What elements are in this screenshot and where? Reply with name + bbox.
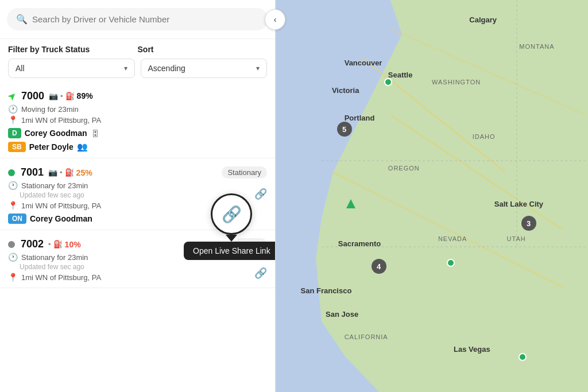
truck-status-selected: All [16,64,25,73]
search-input-wrap[interactable]: 🔍 [7,8,268,30]
driver-name: Corey Goodman [25,129,87,138]
truck-location: 1mi WN of Pittsburg, PA [21,273,101,282]
fuel-icon: ⛽ [65,92,75,100]
chevron-down-icon: ▾ [256,64,260,72]
truck-icons: 📷 • ⛽ 89% [49,91,93,100]
region-washington: WASHINGTON [432,79,481,86]
chevron-down-icon: ▾ [124,64,127,72]
city-san-jose: San Jose [326,310,358,319]
truck-number: 7000 [21,90,44,102]
region-idaho: IDAHO [473,133,496,140]
truck-id-row: 7002 • ⛽ 10% [8,238,81,250]
moving-arrow-icon: ➤ [5,88,20,103]
driver-status-badge: D [8,128,21,138]
status-dot-green [8,169,15,176]
codriver-name: Peter Doyle [29,142,74,152]
bullet: • [48,240,51,249]
city-victoria: Victoria [332,86,359,95]
drivers-row: D Corey Goodman 🎛 [8,128,267,138]
sort-label: Sort [138,45,268,54]
camera-icon: 📷 [49,92,58,100]
map-pin-4[interactable]: 4 [372,259,386,274]
truck-id-row: ➤ 7000 📷 • ⛽ 89% [8,90,93,102]
region-oregon: OREGON [388,165,420,172]
bullet: • [60,92,63,100]
map-panel: Calgary Vancouver Victoria Seattle WASHI… [276,0,588,392]
truck-location-row: 📍 1mi WN of Pittsburg, PA [8,115,267,125]
sort-dropdown[interactable]: Ascending ▾ [141,59,268,78]
clock-icon: 🕐 [8,104,18,114]
city-las-vegas: Las Vegas [454,345,490,354]
search-bar: 🔍 ‹ [0,0,275,39]
map-pin-3[interactable]: 3 [521,216,536,231]
truck-icons: 📷 • ⛽ 25% [48,168,92,177]
link-icon-7002[interactable]: 🔗 [254,267,267,280]
codriver-status-badge: SB [8,142,26,152]
truck-card-7000[interactable]: ➤ 7000 📷 • ⛽ 89% 🕐 Moving for 23min 📍 1m… [0,81,275,158]
city-san-francisco: San Francisco [301,286,352,295]
city-sacramento: Sacramento [338,239,381,248]
status-badge: Stationary [222,166,267,178]
map-background: Calgary Vancouver Victoria Seattle WASHI… [276,0,588,392]
search-icon: 🔍 [16,14,28,25]
truck-header: ➤ 7000 📷 • ⛽ 89% [8,90,267,102]
collapse-panel-button[interactable]: ‹ [265,9,285,30]
left-panel: 🔍 ‹ Filter by Truck Status Sort All ▾ As… [0,0,276,392]
truck-number: 7001 [21,166,44,178]
map-pin-5[interactable]: 5 [337,122,352,137]
search-input[interactable] [32,14,259,24]
location-icon: 📍 [8,273,18,282]
truck-number: 7002 [21,238,44,250]
region-utah: UTAH [507,235,526,242]
truck-status-filter-label: Filter by Truck Status [8,45,138,54]
clock-icon: 🕐 [8,181,18,190]
truck-duration: Moving for 23min [21,105,79,114]
updated-text: Updated few sec ago [8,263,267,271]
truck-status-dropdown[interactable]: All ▾ [8,59,135,78]
fuel-icon: ⛽ [53,240,63,249]
driver-name: Corey Goodman [30,214,92,223]
steering-wheel-icon: 🎛 [91,129,99,138]
filter-row: Filter by Truck Status Sort All ▾ Ascend… [0,39,275,81]
tooltip-arrow [226,235,237,242]
driver-badge: ON Corey Goodman [8,214,92,224]
truck-location: 1mi WN of Pittsburg, PA [21,201,101,210]
live-share-tooltip: 🔗 Open Live Share Link [184,193,275,260]
truck-duration-row: 🕐 Stationary for 23min [8,181,267,190]
truck-duration-row: 🕐 Moving for 23min [8,104,267,114]
location-icon: 📍 [8,201,18,210]
truck-list: ➤ 7000 📷 • ⛽ 89% 🕐 Moving for 23min 📍 1m… [0,81,275,392]
map-dot-nevada [447,259,455,267]
fuel-percentage: 10% [65,240,81,249]
city-seattle: Seattle [388,71,413,79]
bullet: • [60,168,63,177]
fuel-icon: ⛽ [65,168,74,177]
truck-id-row: 7001 📷 • ⛽ 25% [8,166,92,178]
clock-icon: 🕐 [8,253,18,262]
city-salt-lake: Salt Lake City [494,200,543,208]
sort-selected: Ascending [148,64,185,73]
location-icon: 📍 [8,115,18,125]
truck-duration: Stationary for 23min [21,253,88,262]
group-icon: 👥 [77,142,88,152]
map-triangle-indicator [346,199,355,208]
driver-badge-0: D Corey Goodman 🎛 [8,128,99,138]
truck-icons: • ⛽ 10% [48,240,81,249]
fuel-percentage: 89% [77,91,93,100]
link-circle-button[interactable]: 🔗 [211,193,252,235]
status-dot-gray [8,241,15,248]
map-dot-seattle [384,78,392,86]
region-california: CALIFORNIA [345,333,388,340]
truck-location-row: 📍 1mi WN of Pittsburg, PA [8,273,267,282]
truck-header: 7001 📷 • ⛽ 25% Stationary [8,166,267,178]
city-calgary: Calgary [469,15,497,24]
camera-icon: 📷 [48,168,57,177]
codriver-row: SB Peter Doyle 👥 [8,142,267,152]
truck-duration: Stationary for 23min [21,181,88,190]
map-dot-las-vegas [519,353,527,361]
dropdowns: All ▾ Ascending ▾ [8,59,267,78]
filter-labels: Filter by Truck Status Sort [8,45,267,54]
driver-status-badge: ON [8,214,26,224]
city-portland: Portland [345,114,375,122]
fuel-percentage: 25% [76,168,92,177]
